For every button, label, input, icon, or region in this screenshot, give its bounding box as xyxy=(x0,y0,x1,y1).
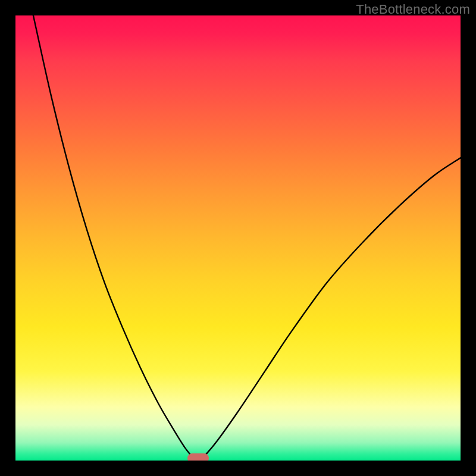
minimum-marker xyxy=(187,453,209,461)
watermark-text: TheBottleneck.com xyxy=(356,2,470,17)
bottleneck-curve xyxy=(15,15,461,461)
plot-area xyxy=(15,15,461,461)
chart-frame: TheBottleneck.com xyxy=(0,0,476,476)
